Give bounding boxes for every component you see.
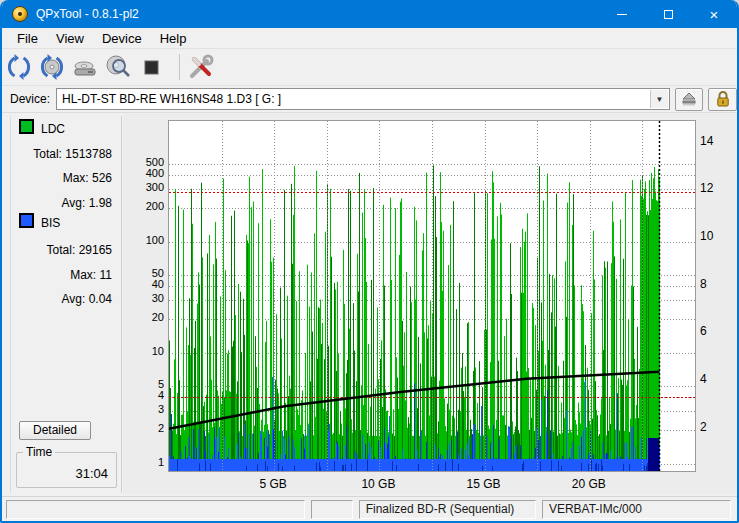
title-bar: QPxTool - 0.8.1-pl2 × (2, 0, 737, 28)
y-left-tick-2: 2 (126, 422, 164, 434)
y-right-tick-10: 10 (700, 229, 730, 243)
maximize-icon (664, 10, 673, 19)
y-right-tick-6: 6 (700, 324, 730, 338)
refresh-devices-button[interactable] (3, 51, 35, 83)
minimize-button[interactable] (599, 0, 645, 28)
chart-widget: 5004003002001005040302010543211412108642… (123, 114, 737, 494)
bis-avg: Avg: 0.04 (12, 292, 112, 306)
y-left-tick-300: 300 (126, 181, 164, 193)
y-right-tick-4: 4 (700, 372, 730, 386)
lock-button[interactable] (708, 88, 737, 111)
eject-button[interactable] (675, 88, 704, 111)
y-left-tick-40: 40 (126, 278, 164, 290)
status-panel-media-id: VERBAT-IMc/000 (542, 500, 731, 519)
y-right-tick-12: 12 (700, 181, 730, 195)
x-tick-15gb: 15 GB (457, 477, 511, 491)
device-combobox-value: HL-DT-ST BD-RE WH16NS48 1.D3 [ G: ] (62, 92, 281, 106)
ldc-total: Total: 1513788 (12, 147, 112, 161)
app-window: QPxTool - 0.8.1-pl2 × File View Device H… (0, 0, 739, 523)
refresh-media-button[interactable] (36, 51, 68, 83)
stop-icon (137, 53, 165, 81)
eject-tray-button[interactable] (69, 51, 101, 83)
time-group-label: Time (23, 445, 55, 459)
error-rate-plot (168, 120, 696, 472)
y-left-tick-20: 20 (126, 311, 164, 323)
settings-button[interactable] (184, 51, 216, 83)
menu-help[interactable]: Help (151, 29, 196, 48)
y-left-tick-4: 4 (126, 389, 164, 401)
window-title: QPxTool - 0.8.1-pl2 (36, 7, 139, 21)
ldc-max: Max: 526 (12, 171, 112, 185)
refresh-icon (5, 53, 33, 81)
bis-total: Total: 29165 (12, 243, 112, 257)
scan-disc-button[interactable] (102, 51, 134, 83)
minimize-icon (617, 14, 627, 15)
y-left-tick-10: 10 (126, 345, 164, 357)
bis-max: Max: 11 (12, 268, 112, 282)
bis-color-swatch (19, 213, 34, 228)
x-tick-10gb: 10 GB (351, 477, 405, 491)
detailed-button[interactable]: Detailed (19, 421, 91, 440)
menu-bar: File View Device Help (2, 28, 737, 49)
close-button[interactable]: × (691, 0, 737, 28)
y-left-tick-3: 3 (126, 403, 164, 415)
stop-button[interactable] (135, 51, 167, 83)
y-left-tick-100: 100 (126, 234, 164, 246)
device-bar: Device: HL-DT-ST BD-RE WH16NS48 1.D3 [ G… (2, 86, 737, 113)
app-icon (12, 6, 28, 22)
status-bar: Finalized BD-R (Sequential) VERBAT-IMc/0… (2, 496, 737, 521)
y-right-tick-2: 2 (700, 420, 730, 434)
y-right-tick-8: 8 (700, 277, 730, 291)
time-value: 31:04 (75, 466, 108, 481)
y-left-tick-30: 30 (126, 292, 164, 304)
close-icon: × (710, 6, 719, 23)
toolbar-separator (179, 54, 180, 80)
ldc-label: LDC (41, 122, 65, 136)
refresh-disc-icon (38, 53, 66, 81)
ldc-color-swatch (19, 119, 34, 134)
device-label: Device: (10, 92, 50, 106)
bis-label: BIS (41, 216, 60, 230)
x-tick-5gb: 5 GB (246, 477, 300, 491)
lock-icon (714, 90, 732, 108)
chevron-down-icon[interactable]: ▼ (650, 90, 668, 108)
drive-tray-icon (71, 53, 99, 81)
y-left-tick-200: 200 (126, 200, 164, 212)
status-panel-speed (311, 500, 353, 519)
time-groupbox: Time 31:04 (16, 452, 117, 488)
x-tick-20gb: 20 GB (562, 477, 616, 491)
menu-device[interactable]: Device (93, 29, 151, 48)
y-left-tick-400: 400 (126, 167, 164, 179)
eject-icon (680, 91, 698, 107)
status-panel-progress (6, 500, 305, 519)
y-right-tick-14: 14 (700, 134, 730, 148)
menu-view[interactable]: View (47, 29, 93, 48)
status-panel-disc-type: Finalized BD-R (Sequential) (359, 500, 536, 519)
y-left-tick-1: 1 (126, 456, 164, 468)
tools-icon (185, 52, 215, 82)
ldc-avg: Avg: 1.98 (12, 196, 112, 210)
toolbar (2, 49, 737, 86)
maximize-button[interactable] (645, 0, 691, 28)
menu-file[interactable]: File (8, 29, 47, 48)
device-combobox[interactable]: HL-DT-ST BD-RE WH16NS48 1.D3 [ G: ] ▼ (56, 88, 670, 110)
magnifier-disc-icon (104, 53, 132, 81)
